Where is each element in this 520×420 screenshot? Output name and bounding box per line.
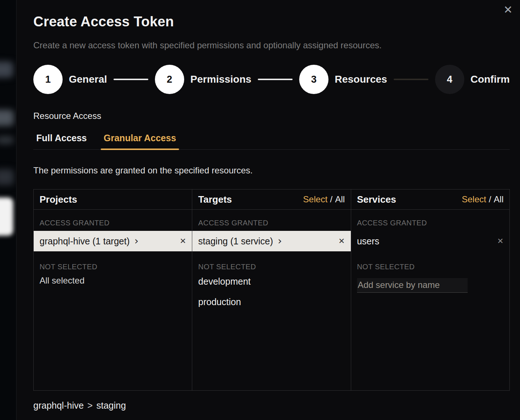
background-blur-fragment <box>0 110 14 126</box>
targets-access-granted-label: ACCESS GRANTED <box>198 218 345 227</box>
target-option-development[interactable]: development <box>192 271 350 292</box>
projects-title: Projects <box>40 194 77 205</box>
step-1-label: General <box>69 74 107 85</box>
selected-project-label: graphql-hive (1 target) <box>40 236 130 247</box>
projects-column-header: Projects <box>34 190 192 210</box>
selected-service-row[interactable]: users ✕ <box>351 231 509 251</box>
projects-not-selected-label: NOT SELECTED <box>40 262 186 271</box>
selected-target-label: staging (1 service) <box>198 236 273 247</box>
target-option-production[interactable]: production <box>192 292 350 312</box>
add-service-input[interactable] <box>357 278 468 293</box>
step-1-circle: 1 <box>33 65 63 94</box>
services-column-body: ACCESS GRANTED users ✕ NOT SELECTED <box>351 210 509 390</box>
targets-not-selected-label: NOT SELECTED <box>198 262 345 271</box>
modal-subtitle: Create a new access token with specified… <box>33 40 510 51</box>
remove-target-icon[interactable]: ✕ <box>338 237 345 245</box>
breadcrumb-target: staging <box>96 400 126 410</box>
step-resources[interactable]: 3 Resources <box>299 65 387 94</box>
targets-title: Targets <box>198 194 232 205</box>
resource-access-heading: Resource Access <box>33 111 510 121</box>
stepper-connector <box>114 79 148 80</box>
services-not-selected-label: NOT SELECTED <box>357 262 504 271</box>
step-4-label: Confirm <box>471 74 510 85</box>
target-option-label: production <box>198 297 241 307</box>
projects-access-granted-label: ACCESS GRANTED <box>40 218 186 227</box>
services-column-header: Services Select/All <box>351 190 509 210</box>
create-access-token-modal: ✕ Create Access Token Create a new acces… <box>16 0 520 420</box>
services-select-all-separator: / <box>489 194 491 204</box>
targets-all-link[interactable]: All <box>335 194 345 204</box>
stepper-connector <box>394 79 428 80</box>
services-column: Services Select/All ACCESS GRANTED users… <box>351 190 509 390</box>
services-all-link[interactable]: All <box>494 194 504 204</box>
services-title: Services <box>357 194 396 205</box>
step-2-label: Permissions <box>190 74 252 85</box>
stepper-connector <box>258 79 293 80</box>
tab-granular-access[interactable]: Granular Access <box>101 133 179 149</box>
modal-title: Create Access Token <box>33 14 510 30</box>
step-2-circle: 2 <box>155 65 184 94</box>
step-general[interactable]: 1 General <box>33 65 107 94</box>
access-mode-tabs: Full Access Granular Access <box>33 133 510 150</box>
selected-service-label: users <box>357 236 379 247</box>
remove-project-icon[interactable]: ✕ <box>180 237 186 245</box>
step-3-label: Resources <box>335 74 387 85</box>
targets-select-all: Select/All <box>303 194 345 205</box>
targets-column-header: Targets Select/All <box>192 190 350 210</box>
breadcrumb-project: graphql-hive <box>33 400 84 410</box>
selected-target-row[interactable]: staging (1 service) › ✕ <box>192 231 350 251</box>
target-option-label: development <box>198 276 250 287</box>
step-confirm[interactable]: 4 Confirm <box>435 65 510 94</box>
services-access-granted-label: ACCESS GRANTED <box>357 218 504 227</box>
step-4-circle: 4 <box>435 65 464 94</box>
background-blur-fragment <box>0 136 14 144</box>
chevron-right-icon: › <box>134 236 138 246</box>
projects-column: Projects ACCESS GRANTED graphql-hive (1 … <box>34 190 192 390</box>
granular-access-note: The permissions are granted on the speci… <box>33 165 510 176</box>
chevron-right-icon: › <box>278 236 282 246</box>
services-select-all: Select/All <box>462 194 504 205</box>
step-permissions[interactable]: 2 Permissions <box>155 65 252 94</box>
services-select-link[interactable]: Select <box>462 194 486 204</box>
background-blur-fragment <box>0 169 14 185</box>
background-blur-fragment <box>0 61 13 78</box>
selected-project-row[interactable]: graphql-hive (1 target) › ✕ <box>34 231 192 251</box>
resource-selector-table: Projects ACCESS GRANTED graphql-hive (1 … <box>33 189 510 391</box>
targets-select-link[interactable]: Select <box>303 194 328 204</box>
targets-column-body: ACCESS GRANTED staging (1 service) › ✕ N… <box>192 210 350 390</box>
breadcrumb-separator: > <box>88 400 93 410</box>
close-icon[interactable]: ✕ <box>504 4 513 15</box>
step-3-circle: 3 <box>299 65 328 94</box>
targets-select-all-separator: / <box>330 194 333 204</box>
projects-column-body: ACCESS GRANTED graphql-hive (1 target) ›… <box>34 210 192 390</box>
tab-full-access[interactable]: Full Access <box>33 133 90 149</box>
stepper: 1 General 2 Permissions 3 Resources 4 Co… <box>33 65 510 94</box>
background-page <box>0 0 16 420</box>
background-button-fragment <box>0 198 13 236</box>
breadcrumb: graphql-hive>staging <box>33 400 510 411</box>
remove-service-icon[interactable]: ✕ <box>497 237 504 245</box>
targets-column: Targets Select/All ACCESS GRANTED stagin… <box>192 190 350 390</box>
projects-all-selected-text: All selected <box>40 276 186 285</box>
